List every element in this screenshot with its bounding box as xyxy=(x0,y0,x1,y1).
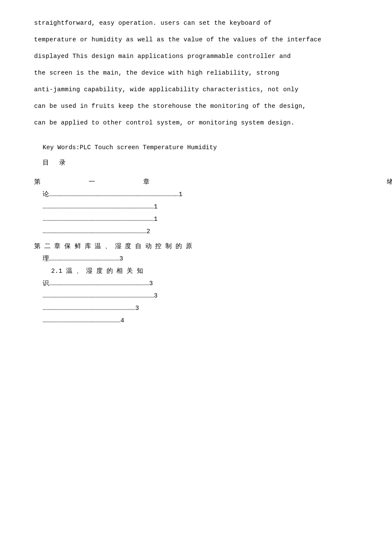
keywords-value: PLC Touch screen Temperature Humidity xyxy=(80,144,217,151)
chapter-1-label: 第 一 章 绪 xyxy=(34,176,392,188)
toc-ch2-sub4: ………………………………………………………4 xyxy=(34,315,358,327)
paragraph-1: straightforward, easy operation. users c… xyxy=(34,17,358,29)
toc-ch2-sub3: …………………………………………………………………3 xyxy=(34,302,358,315)
toc-ch1-sub3: …………………………………………………………………………2 xyxy=(34,225,358,238)
toc-ch2-sub2: ………………………………………………………………………………3 xyxy=(34,290,358,302)
paragraph-4: the screen is the main, the device with … xyxy=(34,67,358,79)
toc-ch2-sub1-dots: 识………………………………………………………………………3 xyxy=(34,278,358,290)
toc-ch2-sub1-label: 2.1 温 、 湿 度 的 相 关 知 xyxy=(34,265,358,278)
paragraph-6: can be used in fruits keep the storehous… xyxy=(34,100,358,113)
toc-ch1-sub2: ………………………………………………………………………………1 xyxy=(34,213,358,225)
toc-chapter-2-heading: 第 二 章 保 鲜 库 温 、 湿 度 自 动 控 制 的 原 xyxy=(34,240,358,253)
main-content: straightforward, easy operation. users c… xyxy=(34,17,358,327)
keywords-label: Key Words: xyxy=(43,144,80,151)
toc-chapter-1-dots: 论……………………………………………………………………………………………1 xyxy=(34,188,358,201)
toc-chapter-1: 第 一 章 绪 论…………………………………………………………………………………… xyxy=(34,176,358,238)
paragraph-2: temperature or humidity as well as the v… xyxy=(34,34,358,46)
toc-title: 目 录 xyxy=(34,157,358,170)
toc-chapter-1-heading: 第 一 章 绪 xyxy=(34,176,358,188)
toc-chapter-2-dots: 理…………………………………………………3 xyxy=(34,253,358,265)
toc-ch1-sub1: ………………………………………………………………………………1 xyxy=(34,201,358,213)
keywords-section: Key Words:PLC Touch screen Temperature H… xyxy=(34,142,358,154)
abstract-text: straightforward, easy operation. users c… xyxy=(34,17,358,129)
paragraph-5: anti-jamming capability, wide applicabil… xyxy=(34,84,358,96)
paragraph-7: can be applied to other control system, … xyxy=(34,117,358,129)
paragraph-3: displayed This design main applications … xyxy=(34,50,358,63)
toc-chapter-2: 第 二 章 保 鲜 库 温 、 湿 度 自 动 控 制 的 原 理…………………… xyxy=(34,240,358,327)
